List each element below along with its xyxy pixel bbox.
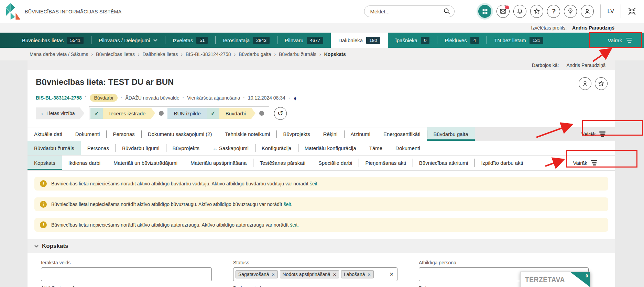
seit-link[interactable]: šeit.	[290, 222, 299, 228]
remove-chip-icon[interactable]	[333, 272, 336, 277]
nav-item-pilnvaras[interactable]: Pilnvaras / Deleģējumi	[91, 33, 165, 48]
nav-item-buvniecibas-lietas[interactable]: Būvniecības lietas5541	[14, 33, 91, 48]
tabs-level3-more-button[interactable]: Vairāk	[573, 156, 597, 170]
apps-menu-icon[interactable]	[478, 5, 491, 18]
tab-dokumenti[interactable]: Dokumenti	[69, 127, 107, 141]
section-kopskats-toggle[interactable]: Kopskats	[28, 239, 615, 253]
case-persons-icon[interactable]	[579, 77, 591, 90]
step-done-icon	[207, 108, 219, 119]
case-number-link[interactable]: BIS-BL-383124-2758	[36, 95, 82, 101]
history-icon[interactable]	[274, 107, 287, 120]
journal-tabs: Būvdarbu žurnāls Personas Būvdarbu līgum…	[28, 141, 615, 156]
tab-personas[interactable]: Personas	[106, 127, 141, 141]
breadcrumb-item[interactable]: Mana darba vieta / Sākums	[30, 51, 96, 57]
breadcrumb-item[interactable]: Būvdarbu gaita	[239, 51, 279, 57]
tab-dokumentu-saskanojumi[interactable]: Dokumentu saskaņojumi (2)	[141, 127, 219, 141]
tab-izpildito-darbu-akti[interactable]: Izpildīto darbu akti	[474, 156, 530, 170]
breadcrumb-item-current: Kopskats	[324, 51, 346, 57]
tab-testesanas-parskati[interactable]: Testēšanas pārskati	[253, 156, 312, 170]
chevron-down-icon	[34, 245, 39, 248]
app-title: BŪVNIECĪBAS INFORMĀCIJAS SISTĒMA	[25, 9, 122, 14]
tab-pienemsanas-akti[interactable]: Pieņemšanas akti	[359, 156, 412, 170]
chat-unread-badge: 0	[586, 274, 588, 278]
breadcrumb-item[interactable]: Būvniecības lietas	[96, 51, 143, 57]
ieraksta-veids-input[interactable]	[41, 267, 212, 281]
tab-buvdarbu-ligumi[interactable]: Būvdarbu līgumi	[116, 141, 166, 155]
tab-buvdarbu-zurnals[interactable]: Būvdarbu žurnāls	[28, 141, 81, 155]
info-icon: i	[40, 201, 47, 208]
chat-widget[interactable]: TĒRZĒTAVA 0	[520, 272, 590, 287]
breadcrumb-item[interactable]: Dalībnieka lietas	[143, 51, 186, 57]
remove-chip-icon[interactable]	[272, 272, 275, 277]
field-label: Atbildīgais uzņēmums	[41, 285, 212, 287]
unread-messages-badge	[505, 5, 509, 9]
nav-item-pilnvaru[interactable]: Pilnvaru4677	[277, 33, 331, 48]
tab-buvprojekts-2[interactable]: Būvprojekts	[166, 141, 206, 155]
clear-all-icon[interactable]	[389, 271, 394, 277]
tab-ikdienas-darbi[interactable]: Ikdienas darbi	[62, 156, 107, 170]
section-title: Kopskats	[42, 243, 68, 250]
tab-personas-2[interactable]: Personas	[81, 141, 116, 155]
info-icon: i	[40, 180, 47, 187]
tab-atzinumi[interactable]: Atzinumi	[344, 127, 377, 141]
breadcrumb-item[interactable]: Būvdarbu žurnāls	[279, 51, 324, 57]
notifications-icon[interactable]	[513, 5, 526, 18]
seit-link[interactable]: šeit.	[284, 202, 293, 207]
tab-tehniskie-noteikumi[interactable]: Tehniskie noteikumi	[219, 127, 277, 141]
nav-item-izveletas[interactable]: Izvēlētās51	[165, 33, 215, 48]
collapse-icon[interactable]	[627, 7, 636, 16]
seit-link[interactable]: šeit.	[310, 181, 319, 186]
tab-materialu-konfiguracija[interactable]: Materiālu konfigurācija	[298, 141, 363, 155]
step-pending-icon	[255, 108, 268, 119]
main-navigation: Būvniecības lietas5541 Pilnvaras / Deleģ…	[0, 33, 644, 48]
status-chip: Sagatavošanā	[236, 270, 278, 278]
chat-title: TĒRZĒTAVA	[525, 275, 565, 284]
statuss-multiselect[interactable]: Sagatavošanā Nodots apstiprināšanā Laboš…	[233, 267, 397, 281]
nav-item-ierosinataja[interactable]: Ierosinātāja2843	[215, 33, 277, 48]
nav-item-dalibnieka[interactable]: Dalībnieka180	[331, 33, 388, 48]
language-selector[interactable]: LV	[607, 8, 614, 15]
count-badge: 0	[421, 37, 430, 44]
profile-icon[interactable]	[581, 5, 594, 18]
tab-aktualie-dati[interactable]: Aktuālie dati	[28, 127, 69, 141]
tab-buvdarbu-gaita[interactable]: Būvdarbu gaita	[427, 127, 475, 141]
count-badge: 2843	[253, 37, 270, 44]
count-badge: 51	[196, 37, 208, 44]
tab-buvprojekts[interactable]: Būvprojekts	[276, 127, 316, 141]
tab-dokumenti-2[interactable]: Dokumenti	[389, 141, 427, 155]
search-icon[interactable]	[443, 8, 451, 15]
tab-specialie-darbi[interactable]: Speciālie darbi	[312, 156, 359, 170]
step-stage: BUN izpilde	[167, 108, 207, 119]
remove-chip-icon[interactable]	[367, 272, 371, 277]
warning-banner: i Būvniecības lietai nepieciešams norādī…	[34, 218, 608, 232]
tips-icon[interactable]	[564, 5, 577, 18]
tab-saskanojumi[interactable]: ↔ Saskaņojumi	[206, 141, 255, 155]
tab-rekini[interactable]: Rēķini	[317, 127, 344, 141]
nav-more-button[interactable]: Vairāk	[608, 33, 644, 48]
menu-lines-icon	[599, 131, 605, 136]
step-stage: Ieceres izstrāde	[103, 108, 155, 119]
nav-item-piekluves[interactable]: Piekļuves4	[437, 33, 487, 48]
nav-item-ipasnieka[interactable]: Īpašnieka0	[388, 33, 437, 48]
favorites-icon[interactable]	[530, 5, 543, 18]
nav-item-tn-bez-lietam[interactable]: TN bez lietām131	[487, 33, 551, 48]
messages-icon[interactable]	[496, 5, 510, 18]
tab-energosertifikati[interactable]: Energosertifikāti	[377, 127, 427, 141]
acting-as-value: Andris Paraudziņš	[566, 62, 605, 68]
case-progress: Lietas virzība Ieceres izstrāde BUN izpi…	[28, 102, 615, 122]
brand[interactable]: BŪVNIECĪBAS INFORMĀCIJAS SISTĒMA	[6, 2, 127, 20]
case-progress-toggle[interactable]: Lietas virzība	[36, 107, 84, 119]
case-favorite-icon[interactable]	[595, 77, 608, 90]
tab-tame[interactable]: Tāme	[363, 141, 389, 155]
tab-buvniecibas-atkritumi[interactable]: Būvniecības atkritumi	[413, 156, 475, 170]
tab-kopskats[interactable]: Kopskats	[28, 156, 62, 170]
tab-konfiguracija[interactable]: Konfigurācija	[255, 141, 298, 155]
tab-materiali-un-buvizstradajumi[interactable]: Materiāli un būvizstrādājumi	[107, 156, 184, 170]
chevron-down-icon	[153, 39, 157, 42]
tabs-level1-more-button[interactable]: Vairāk	[581, 127, 605, 141]
tab-materialu-apstiprinasana[interactable]: Materiālu apstiprināšana	[184, 156, 253, 170]
divider	[621, 4, 621, 18]
breadcrumb-item[interactable]: BIS-BL-383124-2758	[186, 51, 239, 57]
search-input[interactable]	[370, 9, 443, 14]
help-icon[interactable]: ?	[547, 5, 560, 18]
